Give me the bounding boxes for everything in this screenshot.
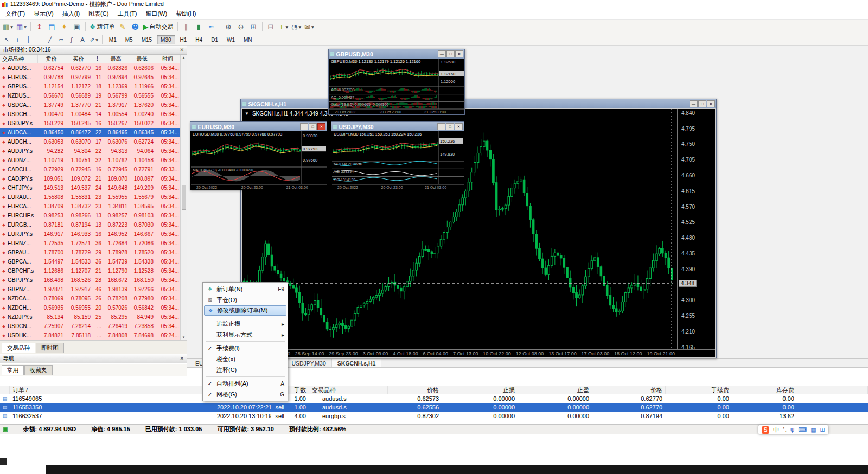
periods-icon[interactable]: ◔▼	[290, 21, 303, 33]
bar-chart-mode-icon[interactable]: ‖	[180, 21, 193, 33]
market-watch-row[interactable]: ◆EURUS...0.977880.97799110.978940.976450…	[0, 73, 181, 82]
column-header-7[interactable]: 止损	[442, 386, 518, 394]
chart-window-gbpusd[interactable]: ▦GBPUSD,M30—□✕GBPUSD,M30 1.12130 1.12179…	[328, 49, 465, 115]
market-watch-row[interactable]: ◆AUDCA...0.864500.86472220.864950.863450…	[0, 128, 181, 137]
market-watch-tab-即时图[interactable]: 即时图	[36, 343, 64, 353]
market-watch-row[interactable]: ◆GBPJPY.s168.498168.52628168.672168.1500…	[0, 276, 181, 285]
fibonacci-tool-icon[interactable]: ƒ	[66, 35, 77, 44]
navigator-tab-常用[interactable]: 常用	[2, 365, 24, 375]
chart-canvas[interactable]: USDJPY,M30 150.251 150.253 150.224 150.2…	[332, 131, 463, 189]
market-watch-row[interactable]: ◆AUDNZ...1.107191.10751321.107621.104580…	[0, 156, 181, 165]
line-chart-mode-icon[interactable]: ≈	[205, 21, 218, 33]
minimize-button[interactable]: —	[300, 123, 308, 130]
menu-item-获利显示方式[interactable]: 获利显示方式▸	[204, 329, 286, 340]
chart-window-titlebar[interactable]: ▦USDJPY,M30—□✕	[331, 122, 464, 131]
column-header-6[interactable]: 时间	[155, 55, 181, 63]
market-watch-row[interactable]: ◆NZDJPY.s85.13485.1592585.29584.94905:34…	[0, 312, 181, 322]
menu-3[interactable]: 插入(I)	[58, 8, 84, 20]
column-header-1[interactable]: 卖价	[38, 55, 65, 63]
order-row-116632537[interactable]: ▤1166325372022.10.20 13:10:19sell4.00eur…	[0, 412, 868, 420]
market-watch-row[interactable]: ◆EURNZ...1.725351.72571361.726841.720860…	[0, 239, 181, 248]
minimize-button[interactable]: —	[437, 123, 445, 130]
column-header-10[interactable]: 手续费	[666, 386, 732, 394]
ime-mic-icon[interactable]: ψ	[790, 427, 794, 433]
horizontal-line-tool-icon[interactable]: ─	[34, 35, 44, 44]
ime-grid-icon[interactable]: ⊞	[820, 427, 825, 433]
market-watch-row[interactable]: ◆USDCA...1.377491.37770211.379171.376200…	[0, 100, 181, 110]
order-row-116549065[interactable]: ▤1165490652022.10.20 07:1...sell1.00audu…	[0, 394, 868, 403]
market-watch-row[interactable]: ◆EURGB...0.871810.87194130.872230.870300…	[0, 220, 181, 229]
menu-item-新订单(N)[interactable]: ❖新订单(N)F9	[204, 284, 286, 294]
trendline-tool-icon[interactable]: ╱	[44, 35, 55, 44]
ime-mode-chinese[interactable]: 中	[773, 427, 779, 433]
chart-window-titlebar[interactable]: ▦ SKGCNH.s,H1 — □ ✕	[241, 99, 716, 108]
metaeditor-icon[interactable]: ✎	[117, 21, 129, 33]
column-header-8[interactable]: 止盈	[518, 386, 592, 394]
terminal-icon[interactable]: ▣	[71, 21, 83, 33]
indicators-icon[interactable]: +▼	[277, 21, 290, 33]
market-watch-row[interactable]: ◆GBPCA...1.544971.54533361.547391.543380…	[0, 257, 181, 266]
chart-window-titlebar[interactable]: ▦GBPUSD,M30—□✕	[329, 49, 464, 59]
market-watch-row[interactable]: ◆NZDUS...0.566700.56689190.567990.565550…	[0, 91, 181, 100]
profiles-icon[interactable]: ▦▼	[15, 21, 28, 33]
menu-7[interactable]: 帮助(H)	[171, 8, 200, 20]
market-watch-row[interactable]: ◆NZDCH...0.569350.56955200.570260.568420…	[0, 303, 181, 312]
menu-item-注释(C)[interactable]: 注释(C)	[204, 364, 286, 375]
column-header-2[interactable]: 买价	[65, 55, 92, 63]
zoom-in-icon[interactable]: ⊕	[222, 21, 235, 33]
order-row-116553350[interactable]: ▤1165533502022.10.20 07:22:21sell1.00aud…	[0, 403, 868, 412]
menu-item-修改或删除订单(M)[interactable]: ❖修改或删除订单(M)	[204, 305, 286, 316]
one-click-trading-icon[interactable]: ▼	[245, 111, 249, 116]
market-watch-row[interactable]: ◆AUDCH...0.630530.63070170.630760.627240…	[0, 137, 181, 146]
close-icon[interactable]: ✕	[180, 47, 184, 53]
timeframe-w1[interactable]: W1	[223, 35, 239, 44]
market-watch-row[interactable]: ◆EURCA...1.347091.34732231.348111.345950…	[0, 202, 181, 211]
market-watch-row[interactable]: ◆CADCH...0.729290.72945160.729450.727910…	[0, 165, 181, 174]
column-header-4[interactable]: 手数	[288, 386, 309, 394]
restore-button[interactable]: □	[446, 123, 454, 130]
column-header-4[interactable]: 最高	[103, 55, 129, 63]
market-watch-row[interactable]: ◆CHFJPY.s149.513149.53724149.648149.2090…	[0, 183, 181, 193]
ime-keyboard-icon[interactable]: ⌨	[798, 427, 807, 433]
channel-tool-icon[interactable]: ▱	[55, 35, 66, 44]
scroll-thumb[interactable]	[182, 185, 186, 210]
timeframe-d1[interactable]: D1	[207, 35, 222, 44]
chart-window-usdjpy[interactable]: ▦USDJPY,M30—□✕USDJPY,M30 150.251 150.253…	[331, 121, 464, 190]
sogou-logo[interactable]: S	[762, 426, 769, 434]
new-chart-icon[interactable]: ▥▼	[1, 21, 15, 33]
navigator-icon[interactable]: ✦	[58, 21, 71, 33]
community-icon[interactable]: ☻	[129, 21, 142, 33]
column-header-symbol[interactable]: 交易品种	[0, 55, 38, 63]
chart-canvas[interactable]: GBPUSD,M30 1.12130 1.12179 1.12126 1.121…	[329, 59, 464, 114]
chart-canvas[interactable]: EURUSD,M30 0.97768 0.97799 0.97768 0.977…	[191, 131, 326, 189]
market-watch-row[interactable]: ◆GBPCHF.s1.126861.12707211.127901.125280…	[0, 266, 181, 276]
navigator-titlebar[interactable]: 导航 ✕	[0, 354, 187, 363]
close-icon[interactable]: ✕	[180, 356, 184, 361]
restore-button[interactable]: □	[446, 50, 455, 57]
column-header-9[interactable]: 价格	[592, 386, 666, 394]
menu-6[interactable]: 窗口(W)	[141, 8, 171, 20]
mini-chart[interactable]: GBPUSD,M30 1.12130 1.12179 1.12126 1.121…	[329, 59, 465, 115]
market-watch-row[interactable]: ◆CADJPY.s109.051109.07221109.070108.8970…	[0, 174, 181, 183]
column-header-6[interactable]: 价格	[388, 386, 442, 394]
minimize-button[interactable]: —	[438, 50, 446, 57]
menu-item-自动排列(A)[interactable]: ✓自动排列(A)A	[204, 378, 286, 389]
close-button[interactable]: ✕	[707, 100, 715, 107]
new-order-button[interactable]: ❖新订单	[88, 21, 117, 33]
market-watch-row[interactable]: ◆GBPNZ...1.978711.97917461.981391.972660…	[0, 285, 181, 294]
market-watch-row[interactable]: ◆EURAU...1.558081.55831231.559551.556790…	[0, 193, 181, 202]
ime-toolbox-icon[interactable]: ▦	[810, 427, 816, 433]
scroll-up-icon[interactable]: ▲	[182, 56, 186, 59]
market-watch-row[interactable]: ◆EURCHF.s0.982530.98266130.982570.981030…	[0, 211, 181, 220]
menu-item-平仓(O)[interactable]: ⊠平仓(O)	[204, 294, 286, 305]
column-header-11[interactable]: 库存费	[732, 386, 797, 394]
chart-window-titlebar[interactable]: ▦EURUSD,M30—□✕	[190, 122, 327, 131]
market-watch-row[interactable]: ◆AUDUS...0.627540.62770160.628260.626060…	[0, 63, 181, 73]
market-watch-scrollbar[interactable]: ▲ ▼	[180, 55, 187, 340]
ime-punctuation-icon[interactable]: ’,	[783, 427, 787, 433]
navigator-tab-收藏夹[interactable]: 收藏夹	[24, 365, 53, 375]
auto-trading-button[interactable]: ▶自动交易	[142, 21, 175, 33]
menu-item-追踪止损[interactable]: 追踪止损▸	[204, 318, 286, 329]
menu-item-手续费(i)[interactable]: ✓手续费(i)	[204, 343, 286, 354]
mini-chart[interactable]: USDJPY,M30 150.251 150.253 150.224 150.2…	[332, 131, 464, 190]
